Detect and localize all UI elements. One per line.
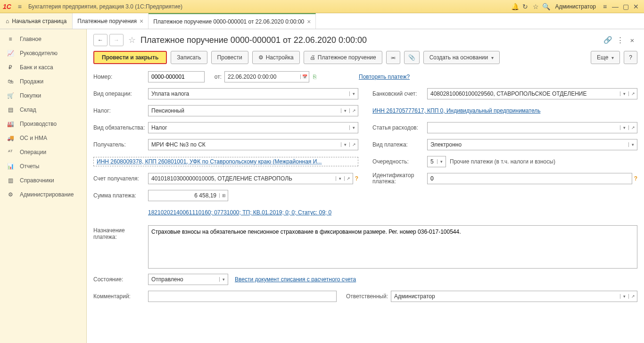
sidebar-icon: ▥ <box>7 177 14 184</box>
tab-home[interactable]: ⌂ Начальная страница <box>0 13 73 29</box>
sidebar-item-label: Руководителю <box>20 50 58 57</box>
op-type-label: Вид операции: <box>93 90 148 97</box>
sidebar-item[interactable]: 📊Отчеты <box>0 159 86 173</box>
main-content: ← → ☆ Платежное поручение 0000-000001 от… <box>87 29 644 343</box>
more-button[interactable]: Еще▾ <box>591 51 620 64</box>
amount-input[interactable]: 6 458,19⊞ <box>148 190 228 201</box>
priority-label: Очередность: <box>372 158 427 165</box>
recipient-inn-link[interactable]: ИНН 2608009378, КПП 260801001, УФК по Ст… <box>93 157 358 166</box>
open-icon: ↗ <box>344 176 353 181</box>
create-based-button[interactable]: Создать на основании▾ <box>423 51 500 64</box>
home-icon: ⌂ <box>6 18 9 24</box>
tab-label: Платежные поручения <box>77 18 137 24</box>
op-type-select[interactable]: Уплата налога▾ <box>148 88 358 99</box>
from-label: от: <box>207 74 222 80</box>
recip-acc-label: Счет получателя: <box>93 175 148 182</box>
menu-icon[interactable]: ≡ <box>15 3 25 10</box>
priority-select[interactable]: 5▾ <box>427 156 446 167</box>
history-icon[interactable]: ↻ <box>520 3 530 10</box>
kbk-link[interactable]: 18210202140061110160; 07731000; ТП; КВ.0… <box>148 209 331 216</box>
sidebar-item[interactable]: 🚚ОС и НМА <box>0 131 86 145</box>
sidebar-icon: 📊 <box>7 163 14 170</box>
recip-acc-select[interactable]: 40101810300000010005, ОТДЕЛЕНИЕ СТАВРОПО… <box>148 173 353 184</box>
repeat-payment-link[interactable]: Повторять платеж? <box>359 74 410 80</box>
sidebar-icon: 🚚 <box>7 135 14 141</box>
responsible-select[interactable]: Администратор▾↗ <box>391 291 637 302</box>
sidebar-item[interactable]: ⚙Администрирование <box>0 188 86 202</box>
help-button[interactable]: ? <box>624 51 637 64</box>
structure-button[interactable]: ⫘ <box>386 51 400 64</box>
expense-label: Статья расходов: <box>372 124 427 131</box>
pay-type-select[interactable]: Электронно▾ <box>427 139 637 150</box>
amount-label: Сумма платежа: <box>93 192 148 199</box>
status-icon[interactable]: ⎘ <box>313 74 316 80</box>
maximize-icon[interactable]: ▢ <box>620 3 631 10</box>
open-icon: ↗ <box>628 91 637 96</box>
bell-icon[interactable]: 🔔 <box>510 3 520 10</box>
sidebar-icon: 🛒 <box>7 92 14 99</box>
minimize-icon[interactable]: — <box>610 3 620 10</box>
close-icon[interactable]: ✕ <box>631 3 641 10</box>
settings-button[interactable]: ⚙Настройка <box>252 51 300 64</box>
star-icon[interactable]: ☆ <box>530 3 541 10</box>
chevron-down-icon: ▾ <box>341 142 349 147</box>
user-label[interactable]: Администратор <box>555 3 596 10</box>
bank-acc-select[interactable]: 40802810060100029560, СТАВРОПОЛЬСКОЕ ОТД… <box>427 88 637 99</box>
attach-button[interactable]: 📎 <box>404 51 420 64</box>
pay-id-input[interactable] <box>427 173 632 184</box>
chevron-down-icon: ▾ <box>349 91 358 96</box>
help-icon[interactable]: ? <box>355 175 358 182</box>
comment-input[interactable] <box>148 291 337 302</box>
close-icon[interactable]: × <box>627 36 637 44</box>
back-button[interactable]: ← <box>93 34 107 46</box>
link-icon[interactable]: 🔗 <box>603 36 613 44</box>
filter-icon[interactable]: ≡ <box>600 3 610 10</box>
calendar-icon[interactable]: 📅 <box>300 74 309 79</box>
gear-icon: ⚙ <box>258 54 264 61</box>
more-icon[interactable]: ⋮ <box>615 36 625 44</box>
sidebar-icon: ₽ <box>7 64 14 71</box>
expense-select[interactable]: ▾↗ <box>427 122 637 133</box>
printer-icon: 🖨 <box>310 54 315 61</box>
purpose-label: Назначение платежа: <box>93 225 148 240</box>
close-icon[interactable]: × <box>140 17 143 25</box>
sidebar-item[interactable]: ₽Банк и касса <box>0 60 86 74</box>
tax-select[interactable]: Пенсионный▾↗ <box>148 105 358 116</box>
sidebar-item[interactable]: ᴬᵀОперации <box>0 145 86 159</box>
sidebar-item[interactable]: 🏭Производство <box>0 117 86 131</box>
sidebar-item[interactable]: 🛒Покупки <box>0 89 86 103</box>
tab-payment-order-doc[interactable]: Платежное поручение 0000-000001 от 22.06… <box>149 13 316 29</box>
priority-text: Прочие платежи (в т.ч. налоги и взносы) <box>450 158 555 165</box>
tab-payment-orders[interactable]: Платежные поручения × <box>73 13 149 29</box>
favorite-icon[interactable]: ☆ <box>128 35 136 45</box>
open-icon: ↗ <box>349 108 358 113</box>
state-select[interactable]: Отправлено▾ <box>148 274 228 285</box>
sidebar-item[interactable]: ▥Справочники <box>0 173 86 188</box>
tab-label: Платежное поручение 0000-000001 от 22.06… <box>153 18 304 25</box>
responsible-label: Ответственный: <box>346 293 388 300</box>
sidebar-item[interactable]: ≡Главное <box>0 32 86 46</box>
date-input[interactable]: 22.06.2020 0:00:00 📅 <box>224 71 309 82</box>
print-button[interactable]: 🖨Платежное поручение <box>304 51 382 64</box>
chevron-down-icon: ▾ <box>437 159 446 164</box>
inn-link[interactable]: ИНН 261705777617, КПП 0, Индивидуальный … <box>372 107 540 114</box>
sidebar-item-label: Покупки <box>20 92 41 99</box>
enter-writeoff-link[interactable]: Ввести документ списания с расчетного сч… <box>235 276 356 283</box>
post-and-close-button[interactable]: Провести и закрыть <box>93 51 167 64</box>
help-icon[interactable]: ? <box>634 175 637 182</box>
save-button[interactable]: Записать <box>171 51 207 64</box>
recipient-select[interactable]: МРИ ФНС №3 по СК▾↗ <box>148 139 358 150</box>
forward-button[interactable]: → <box>109 34 124 46</box>
search-icon[interactable]: 🔍 <box>541 3 551 10</box>
post-button[interactable]: Провести <box>211 51 248 64</box>
obligation-select[interactable]: Налог▾ <box>148 122 358 133</box>
sidebar-item-label: Банк и касса <box>20 64 53 71</box>
sidebar-item[interactable]: ▤Склад <box>0 103 86 117</box>
number-input[interactable] <box>148 71 205 82</box>
page-title: Платежное поручение 0000-000001 от 22.06… <box>140 35 601 45</box>
close-icon[interactable]: × <box>307 18 311 25</box>
sidebar-item[interactable]: 🛍Продажи <box>0 74 86 89</box>
purpose-textarea[interactable] <box>148 225 637 269</box>
pay-id-label: Идентификатор платежа: <box>372 172 427 185</box>
sidebar-item[interactable]: 📈Руководителю <box>0 46 86 60</box>
